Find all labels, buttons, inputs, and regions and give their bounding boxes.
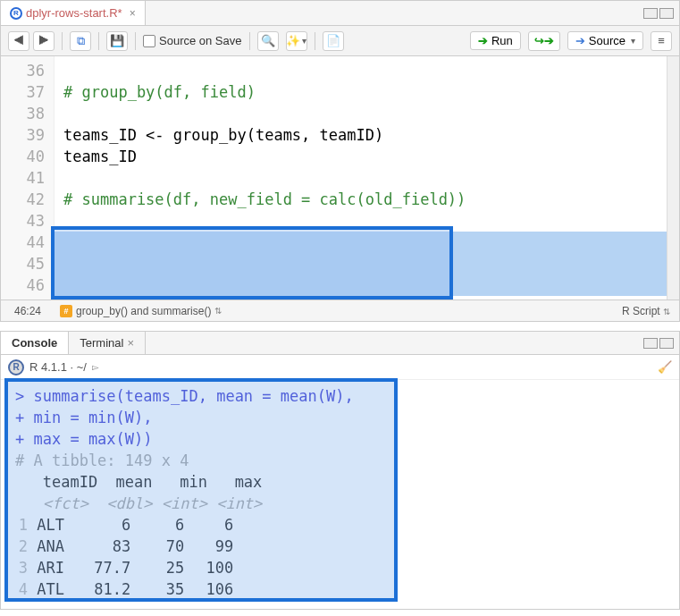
code-line: # group_by(df, field)	[63, 81, 667, 103]
console-pane: Console Terminal × R R 4.1.1 · ~/ ▻ 🧹 > …	[0, 331, 680, 610]
language-selector[interactable]: R Script ⇅	[613, 305, 679, 317]
source-label: Source	[589, 34, 625, 47]
forward-button[interactable]: ⯈	[33, 31, 55, 51]
maximize-pane-button[interactable]	[659, 338, 674, 349]
pane-window-controls	[643, 8, 679, 19]
run-arrow-icon: ➔	[478, 34, 488, 47]
save-button[interactable]: 💾	[106, 31, 128, 51]
editor-toolbar: ⯇ ⯈ ⧉ 💾 Source on Save 🔍 ✨▾ 📄 ➔ Run ↪➔ ➔…	[1, 26, 679, 56]
code-line: # summarise(df, new_field = calc(old_fie…	[63, 189, 667, 210]
cursor-position[interactable]: 46:24	[1, 305, 55, 317]
console-tab-bar: Console Terminal ×	[1, 332, 679, 355]
rerun-icon: ↪➔	[534, 34, 554, 47]
source-button[interactable]: ➔ Source ▾	[567, 31, 643, 50]
outline-button[interactable]: ≡	[651, 31, 672, 51]
source-on-save-checkbox[interactable]	[143, 35, 155, 47]
compile-report-button[interactable]: 📄	[323, 31, 344, 51]
scope-selector[interactable]: # group_by() and summarise() ⇅	[55, 305, 613, 317]
code-line	[63, 60, 667, 81]
tab-console[interactable]: Console	[1, 332, 69, 354]
scope-icon: #	[60, 305, 72, 317]
file-tab[interactable]: R dplyr-rows-start.R* ×	[1, 1, 146, 25]
clear-console-button[interactable]: 🧹	[658, 360, 672, 374]
file-tab-label: dplyr-rows-start.R*	[26, 6, 122, 20]
editor-statusbar: 46:24 # group_by() and summarise() ⇅ R S…	[1, 300, 679, 321]
tab-terminal[interactable]: Terminal ×	[69, 332, 146, 354]
code-line	[63, 103, 667, 124]
code-content[interactable]: # group_by(df, field) teams_ID <- group_…	[55, 56, 667, 300]
table-row: 1 ALT666	[15, 514, 670, 536]
code-line: teams_ID	[63, 146, 667, 167]
code-editor[interactable]: 36 37 38 39 40 41 42 43 44 45 46 # group…	[1, 56, 679, 300]
run-label: Run	[491, 34, 513, 47]
console-line: + min = min(W),	[15, 407, 670, 428]
tibble-header: # A tibble: 149 x 4	[15, 450, 670, 471]
source-on-save-label: Source on Save	[159, 34, 242, 47]
pane-window-controls	[643, 338, 679, 349]
table-row: 3 ARI77.725100	[15, 557, 670, 578]
maximize-pane-button[interactable]	[659, 8, 674, 19]
close-icon[interactable]: ×	[127, 336, 134, 350]
column-header: teamID mean min max	[15, 471, 670, 493]
console-line: > summarise(teams_ID, mean = mean(W),	[15, 385, 670, 407]
console-toolbar: R R 4.1.1 · ~/ ▻ 🧹	[1, 355, 679, 380]
show-in-new-window-button[interactable]: ⧉	[70, 31, 91, 51]
source-pane: R dplyr-rows-start.R* × ⯇ ⯈ ⧉ 💾 Source o…	[0, 0, 680, 322]
back-button[interactable]: ⯇	[8, 31, 29, 51]
editor-tab-bar: R dplyr-rows-start.R* ×	[1, 1, 679, 26]
r-logo-icon: R	[8, 359, 24, 376]
editor-scrollbar[interactable]	[667, 56, 679, 300]
code-line: teams_ID <- group_by(teams, teamID)	[63, 124, 667, 146]
minimize-pane-button[interactable]	[643, 338, 658, 349]
code-tools-button[interactable]: ✨▾	[286, 31, 307, 51]
code-line	[63, 167, 667, 189]
find-button[interactable]: 🔍	[257, 31, 279, 51]
close-tab-icon[interactable]: ×	[130, 7, 136, 20]
console-output[interactable]: > summarise(teams_ID, mean = mean(W), + …	[1, 380, 679, 609]
type-header: <fct> <dbl> <int> <int>	[15, 493, 670, 514]
code-line	[63, 210, 667, 232]
source-on-save-toggle[interactable]: Source on Save	[143, 34, 242, 47]
scope-label: group_by() and summarise()	[76, 305, 211, 317]
source-arrow-icon: ➔	[575, 34, 585, 47]
console-line: + max = max(W))	[15, 428, 670, 450]
r-version-label[interactable]: R 4.1.1 · ~/	[29, 360, 87, 374]
table-row: 4 ATL81.235106	[15, 578, 670, 600]
run-button[interactable]: ➔ Run	[470, 31, 521, 50]
table-row: 2 ANA837099	[15, 536, 670, 557]
r-file-icon: R	[10, 7, 22, 20]
rerun-button[interactable]: ↪➔	[528, 31, 560, 51]
line-gutter: 36 37 38 39 40 41 42 43 44 45 46	[1, 56, 55, 300]
minimize-pane-button[interactable]	[643, 8, 658, 19]
